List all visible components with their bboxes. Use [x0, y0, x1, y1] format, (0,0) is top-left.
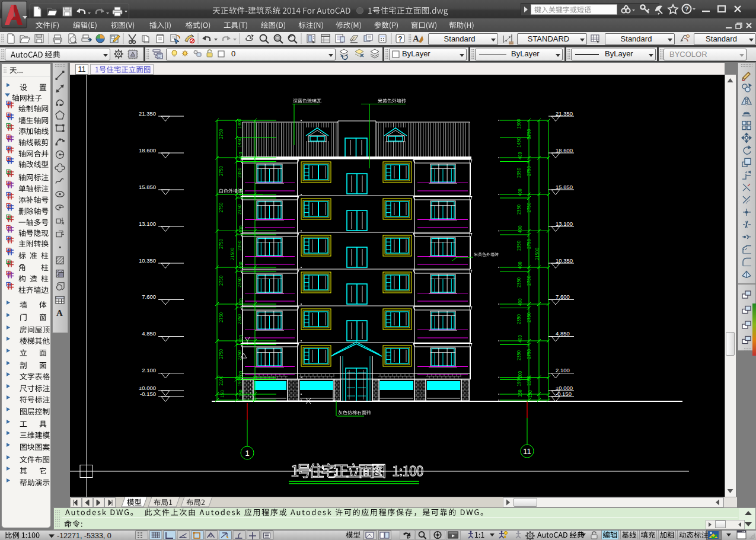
svg-text:7.600: 7.600 [556, 293, 570, 300]
svg-text:15.850: 15.850 [556, 184, 573, 190]
svg-text:2.100: 2.100 [556, 367, 570, 373]
svg-text:13.100: 13.100 [139, 221, 156, 227]
svg-text:2.100: 2.100 [142, 367, 156, 373]
svg-text:1: 1 [245, 449, 249, 458]
svg-text:-0.150: -0.150 [556, 391, 572, 397]
svg-text:21.350: 21.350 [139, 110, 156, 117]
svg-text:4.850: 4.850 [142, 330, 156, 337]
svg-text:21.350: 21.350 [556, 110, 573, 117]
svg-text:?: ? [685, 5, 689, 12]
svg-text:A: A [413, 34, 419, 43]
svg-text:18.600: 18.600 [139, 147, 156, 154]
svg-text:A: A [56, 308, 63, 318]
svg-text:18.600: 18.600 [556, 147, 573, 154]
svg-text:10.350: 10.350 [139, 257, 156, 264]
svg-text:4.850: 4.850 [556, 330, 570, 337]
svg-text:10.350: 10.350 [556, 257, 573, 264]
svg-text:?: ? [398, 35, 402, 43]
svg-text:15.850: 15.850 [139, 184, 156, 190]
svg-text:-0.150: -0.150 [140, 391, 156, 397]
svg-text:7.600: 7.600 [142, 293, 156, 300]
svg-text:11: 11 [523, 447, 531, 456]
svg-text:13.100: 13.100 [556, 221, 573, 227]
